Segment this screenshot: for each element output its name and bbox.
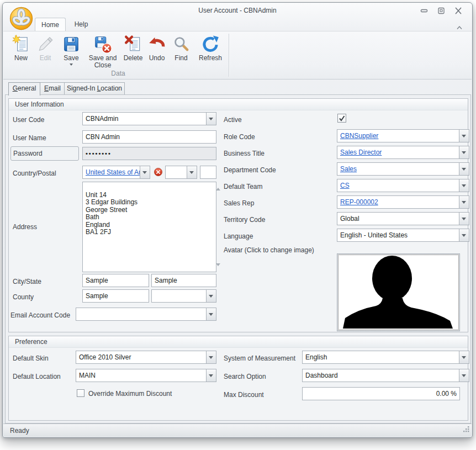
country-postal-label: Country/Postal — [13, 170, 56, 177]
territory-code-combo[interactable]: Global — [337, 212, 469, 225]
password-input[interactable]: •••••••• — [82, 147, 216, 160]
address-textarea[interactable]: Unit 14 3 Edgar Buildings George Street … — [82, 182, 216, 272]
user-information-group: User Information User Code CBNAdmin User… — [8, 98, 468, 332]
country-combo[interactable]: United States of Ame — [82, 166, 150, 179]
max-discount-input[interactable]: 0.00 % — [302, 387, 460, 400]
password-label-button[interactable]: Password — [10, 146, 79, 161]
refresh-button[interactable]: Refresh — [194, 34, 226, 75]
default-team-combo[interactable]: CS — [337, 179, 469, 192]
undo-button[interactable]: Undo — [146, 34, 168, 75]
clear-country-button[interactable] — [154, 168, 162, 176]
user-code-label: User Code — [13, 116, 44, 124]
app-menu-button[interactable] — [9, 7, 33, 30]
refresh-icon — [201, 35, 220, 54]
find-icon — [172, 35, 191, 54]
ribbon-tab-home[interactable]: Home — [35, 18, 66, 31]
language-combo[interactable]: English - United States — [337, 229, 469, 242]
default-location-label: Default Location — [13, 373, 61, 380]
dropdown-button[interactable] — [206, 308, 216, 320]
find-button[interactable]: Find — [168, 34, 194, 75]
refresh-label: Refresh — [194, 55, 226, 62]
minimize-button[interactable] — [420, 7, 428, 14]
dropdown-button[interactable] — [206, 369, 216, 382]
save-and-close-button[interactable]: Save and Close — [86, 34, 119, 75]
default-team-link[interactable]: CS — [340, 182, 350, 189]
dropdown-button[interactable] — [459, 369, 469, 382]
restore-button[interactable] — [437, 7, 445, 14]
state-input[interactable]: Sample — [151, 274, 216, 287]
city-input[interactable]: Sample — [82, 274, 149, 287]
ribbon-group-separator — [229, 34, 230, 77]
dropdown-button[interactable] — [459, 163, 469, 175]
delete-button[interactable]: Delete — [120, 34, 146, 75]
department-code-link[interactable]: Sales — [340, 165, 357, 173]
save-button[interactable]: Save — [57, 34, 85, 75]
close-button[interactable] — [454, 7, 462, 14]
override-max-discount-checkbox[interactable] — [77, 389, 84, 397]
country-link[interactable]: United States of Ame — [86, 168, 148, 176]
dropdown-button[interactable] — [140, 166, 150, 178]
new-label: New — [9, 55, 33, 62]
dropdown-button[interactable] — [459, 179, 469, 192]
user-code-combo[interactable]: CBNAdmin — [82, 112, 216, 125]
save-dropdown-caret-icon[interactable] — [70, 63, 73, 67]
sales-rep-link[interactable]: REP-000002 — [340, 198, 378, 206]
edit-button[interactable]: Edit — [34, 34, 56, 75]
county-input[interactable]: Sample — [82, 289, 149, 303]
avatar-image[interactable] — [337, 253, 460, 331]
dropdown-button[interactable] — [459, 213, 469, 225]
role-code-link[interactable]: CBNSupplier — [340, 132, 378, 140]
default-location-combo[interactable]: MAIN — [76, 369, 216, 382]
dropdown-button[interactable] — [187, 166, 197, 178]
user-name-label: User Name — [13, 134, 46, 142]
ribbon-tab-help[interactable]: Help — [68, 18, 94, 31]
ribbon-tab-row: Home Help — [3, 18, 472, 31]
territory-code-label: Territory Code — [224, 216, 265, 224]
business-title-link[interactable]: Sales Director — [340, 149, 382, 156]
chevron-up-icon — [456, 25, 463, 30]
dropdown-button[interactable] — [459, 146, 469, 158]
sales-rep-combo[interactable]: REP-000002 — [337, 195, 469, 209]
scroll-up-icon[interactable] — [216, 186, 220, 190]
dropdown-button[interactable] — [459, 196, 469, 208]
check-icon — [338, 114, 346, 122]
dropdown-button[interactable] — [206, 290, 216, 302]
screen: User Account - CBNAdmin — [0, 0, 476, 450]
dropdown-button[interactable] — [459, 130, 469, 142]
search-option-combo[interactable]: Dashboard — [302, 369, 469, 382]
tab-email[interactable]: Email — [40, 82, 65, 96]
business-title-label: Business Title — [224, 150, 265, 157]
department-code-combo[interactable]: Sales — [337, 162, 469, 176]
minimize-icon — [420, 7, 428, 14]
business-title-combo[interactable]: Sales Director — [337, 146, 469, 159]
dropdown-button[interactable] — [459, 351, 469, 363]
postal-ext-input[interactable] — [200, 166, 216, 179]
window-controls — [420, 7, 462, 14]
dropdown-button[interactable] — [206, 351, 216, 363]
delete-icon — [124, 35, 142, 54]
tab-signed-in-location[interactable]: Signed-In Location — [64, 82, 125, 96]
active-checkbox[interactable] — [337, 114, 346, 123]
county-code-combo[interactable] — [151, 289, 216, 303]
new-button[interactable]: New — [9, 34, 33, 75]
scroll-down-icon[interactable] — [216, 263, 220, 268]
role-code-label: Role Code — [224, 133, 255, 141]
email-account-code-combo[interactable] — [76, 308, 216, 321]
save-label: Save — [57, 55, 85, 62]
dropdown-button[interactable] — [459, 229, 469, 241]
dropdown-button[interactable] — [206, 113, 216, 125]
system-of-measurement-combo[interactable]: English — [302, 351, 469, 364]
role-code-combo[interactable]: CBNSupplier — [337, 129, 469, 142]
resize-grip[interactable] — [463, 425, 470, 435]
resize-grip-icon — [463, 426, 470, 433]
save-and-close-icon — [93, 35, 112, 54]
postal-code-combo[interactable] — [165, 166, 197, 179]
ribbon-collapse-button[interactable] — [456, 23, 463, 28]
department-code-label: Department Code — [224, 166, 276, 174]
general-tab-panel: User Information User Code CBNAdmin User… — [5, 94, 471, 423]
tab-general[interactable]: General — [8, 82, 40, 96]
page-tab-row: General Email Signed-In Location — [3, 82, 472, 95]
user-name-input[interactable]: CBN Admin — [82, 130, 216, 144]
titlebar[interactable]: User Account - CBNAdmin — [3, 3, 472, 17]
default-skin-combo[interactable]: Office 2010 Silver — [76, 351, 216, 364]
